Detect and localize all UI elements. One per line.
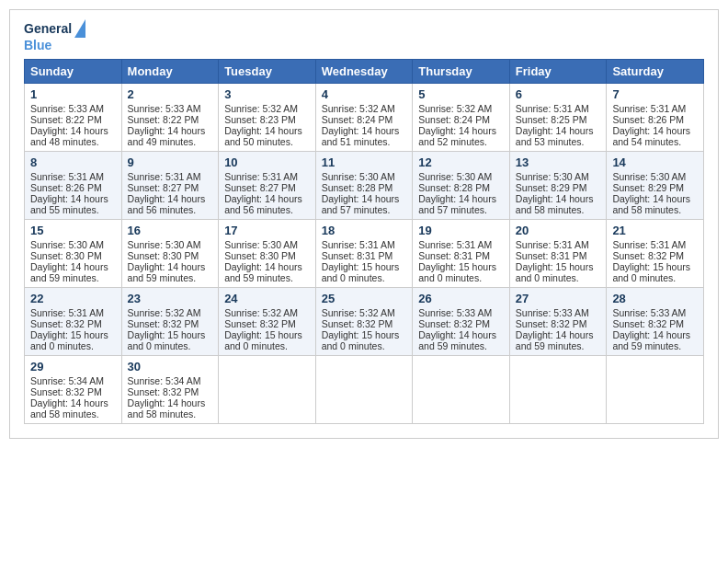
sunset-text: Sunset: 8:31 PM	[516, 250, 587, 261]
day-number: 6	[516, 87, 601, 101]
sunset-text: Sunset: 8:32 PM	[128, 386, 199, 397]
calendar-cell: 18Sunrise: 5:31 AMSunset: 8:31 PMDayligh…	[315, 219, 413, 287]
sunset-text: Sunset: 8:28 PM	[322, 182, 393, 193]
day-number: 11	[322, 155, 407, 169]
daylight-text: Daylight: 14 hours and 58 minutes.	[30, 397, 108, 419]
calendar-cell	[315, 355, 413, 423]
day-number: 19	[418, 224, 504, 237]
calendar-cell	[607, 355, 704, 423]
calendar-cell: 1Sunrise: 5:33 AMSunset: 8:22 PMDaylight…	[25, 83, 122, 151]
day-number: 21	[612, 224, 698, 237]
calendar: SundayMondayTuesdayWednesdayThursdayFrid…	[24, 59, 704, 424]
calendar-cell: 8Sunrise: 5:31 AMSunset: 8:26 PMDaylight…	[25, 151, 122, 219]
daylight-text: Daylight: 15 hours and 0 minutes.	[128, 329, 206, 351]
day-number: 18	[322, 224, 407, 237]
sunrise-text: Sunrise: 5:30 AM	[612, 171, 686, 182]
calendar-cell: 25Sunrise: 5:32 AMSunset: 8:32 PMDayligh…	[315, 287, 413, 355]
day-number: 27	[516, 292, 601, 305]
sunset-text: Sunset: 8:23 PM	[224, 114, 296, 125]
daylight-text: Daylight: 14 hours and 59 minutes.	[224, 261, 302, 283]
calendar-week-row: 22Sunrise: 5:31 AMSunset: 8:32 PMDayligh…	[25, 287, 704, 355]
day-number: 2	[128, 87, 213, 101]
sunrise-text: Sunrise: 5:30 AM	[128, 239, 201, 250]
sunset-text: Sunset: 8:27 PM	[128, 182, 199, 193]
sunset-text: Sunset: 8:29 PM	[612, 182, 684, 193]
day-number: 30	[128, 360, 213, 373]
daylight-text: Daylight: 14 hours and 57 minutes.	[322, 193, 400, 215]
sunrise-text: Sunrise: 5:33 AM	[128, 103, 201, 114]
daylight-text: Daylight: 14 hours and 59 minutes.	[128, 261, 206, 283]
daylight-text: Daylight: 15 hours and 0 minutes.	[516, 261, 594, 283]
sunset-text: Sunset: 8:32 PM	[224, 318, 296, 329]
calendar-cell: 26Sunrise: 5:33 AMSunset: 8:32 PMDayligh…	[413, 287, 510, 355]
day-number: 24	[224, 292, 310, 305]
sunrise-text: Sunrise: 5:30 AM	[418, 171, 492, 182]
daylight-text: Daylight: 14 hours and 59 minutes.	[418, 329, 496, 351]
logo-blue: Blue	[24, 38, 51, 53]
col-header-thursday: Thursday	[413, 59, 510, 83]
day-number: 9	[128, 155, 213, 169]
sunset-text: Sunset: 8:28 PM	[418, 182, 490, 193]
sunrise-text: Sunrise: 5:31 AM	[612, 103, 686, 114]
sunrise-text: Sunrise: 5:31 AM	[612, 239, 686, 250]
col-header-monday: Monday	[121, 59, 219, 83]
sunset-text: Sunset: 8:27 PM	[224, 182, 296, 193]
calendar-cell: 12Sunrise: 5:30 AMSunset: 8:28 PMDayligh…	[413, 151, 510, 219]
daylight-text: Daylight: 15 hours and 0 minutes.	[418, 261, 496, 283]
calendar-cell: 23Sunrise: 5:32 AMSunset: 8:32 PMDayligh…	[121, 287, 219, 355]
daylight-text: Daylight: 14 hours and 54 minutes.	[612, 125, 690, 147]
day-number: 15	[30, 224, 116, 237]
sunset-text: Sunset: 8:26 PM	[30, 182, 102, 193]
daylight-text: Daylight: 14 hours and 55 minutes.	[30, 193, 108, 215]
calendar-week-row: 1Sunrise: 5:33 AMSunset: 8:22 PMDaylight…	[25, 83, 704, 151]
calendar-cell: 20Sunrise: 5:31 AMSunset: 8:31 PMDayligh…	[509, 219, 607, 287]
logo-triangle-icon	[74, 19, 85, 38]
sunset-text: Sunset: 8:32 PM	[128, 318, 199, 329]
sunrise-text: Sunrise: 5:31 AM	[418, 239, 492, 250]
daylight-text: Daylight: 14 hours and 58 minutes.	[516, 193, 594, 215]
sunrise-text: Sunrise: 5:33 AM	[516, 307, 589, 318]
calendar-cell: 11Sunrise: 5:30 AMSunset: 8:28 PMDayligh…	[315, 151, 413, 219]
sunrise-text: Sunrise: 5:30 AM	[30, 239, 104, 250]
sunset-text: Sunset: 8:22 PM	[30, 114, 102, 125]
calendar-cell: 24Sunrise: 5:32 AMSunset: 8:32 PMDayligh…	[219, 287, 316, 355]
day-number: 7	[612, 87, 698, 101]
sunset-text: Sunset: 8:30 PM	[30, 250, 102, 261]
calendar-week-row: 29Sunrise: 5:34 AMSunset: 8:32 PMDayligh…	[25, 355, 704, 423]
day-number: 13	[516, 155, 601, 169]
calendar-cell: 6Sunrise: 5:31 AMSunset: 8:25 PMDaylight…	[509, 83, 607, 151]
sunrise-text: Sunrise: 5:31 AM	[322, 239, 395, 250]
day-number: 12	[418, 155, 504, 169]
sunset-text: Sunset: 8:26 PM	[612, 114, 684, 125]
sunrise-text: Sunrise: 5:30 AM	[516, 171, 589, 182]
calendar-cell	[219, 355, 316, 423]
sunset-text: Sunset: 8:24 PM	[418, 114, 490, 125]
day-number: 4	[322, 87, 407, 101]
sunset-text: Sunset: 8:30 PM	[128, 250, 199, 261]
daylight-text: Daylight: 14 hours and 48 minutes.	[30, 125, 108, 147]
header: General Blue	[24, 19, 704, 53]
day-number: 25	[322, 292, 407, 305]
sunrise-text: Sunrise: 5:34 AM	[128, 375, 201, 386]
day-number: 23	[128, 292, 213, 305]
sunrise-text: Sunrise: 5:31 AM	[224, 171, 298, 182]
daylight-text: Daylight: 14 hours and 59 minutes.	[30, 261, 108, 283]
daylight-text: Daylight: 15 hours and 0 minutes.	[224, 329, 302, 351]
col-header-saturday: Saturday	[607, 59, 704, 83]
sunrise-text: Sunrise: 5:31 AM	[516, 239, 589, 250]
page: General Blue SundayMondayTuesdayWednesda…	[9, 9, 719, 439]
logo: General Blue	[24, 19, 85, 53]
sunset-text: Sunset: 8:30 PM	[224, 250, 296, 261]
daylight-text: Daylight: 15 hours and 0 minutes.	[322, 261, 400, 283]
logo-general: General	[24, 21, 72, 37]
calendar-cell: 5Sunrise: 5:32 AMSunset: 8:24 PMDaylight…	[413, 83, 510, 151]
day-number: 22	[30, 292, 116, 305]
sunrise-text: Sunrise: 5:30 AM	[322, 171, 395, 182]
day-number: 5	[418, 87, 504, 101]
day-number: 20	[516, 224, 601, 237]
sunrise-text: Sunrise: 5:33 AM	[30, 103, 104, 114]
sunset-text: Sunset: 8:32 PM	[516, 318, 587, 329]
calendar-cell: 29Sunrise: 5:34 AMSunset: 8:32 PMDayligh…	[25, 355, 122, 423]
sunrise-text: Sunrise: 5:32 AM	[322, 103, 395, 114]
sunrise-text: Sunrise: 5:31 AM	[516, 103, 589, 114]
